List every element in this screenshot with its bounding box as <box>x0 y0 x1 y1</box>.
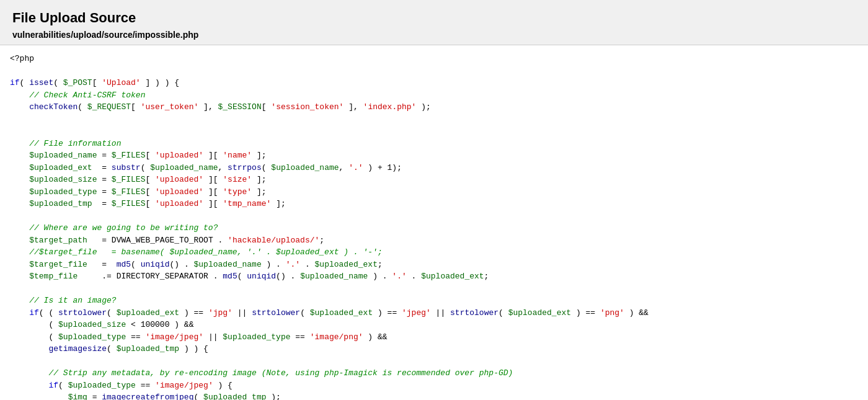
page-title: File Upload Source <box>12 10 856 26</box>
page-header: File Upload Source vulnerabilities/uploa… <box>0 0 868 45</box>
code-container: <?php if( isset( $_POST[ 'Upload' ] ) ) … <box>0 45 868 400</box>
breadcrumb: vulnerabilities/upload/source/impossible… <box>12 30 856 40</box>
code-block: <?php if( isset( $_POST[ 'Upload' ] ) ) … <box>10 53 858 400</box>
